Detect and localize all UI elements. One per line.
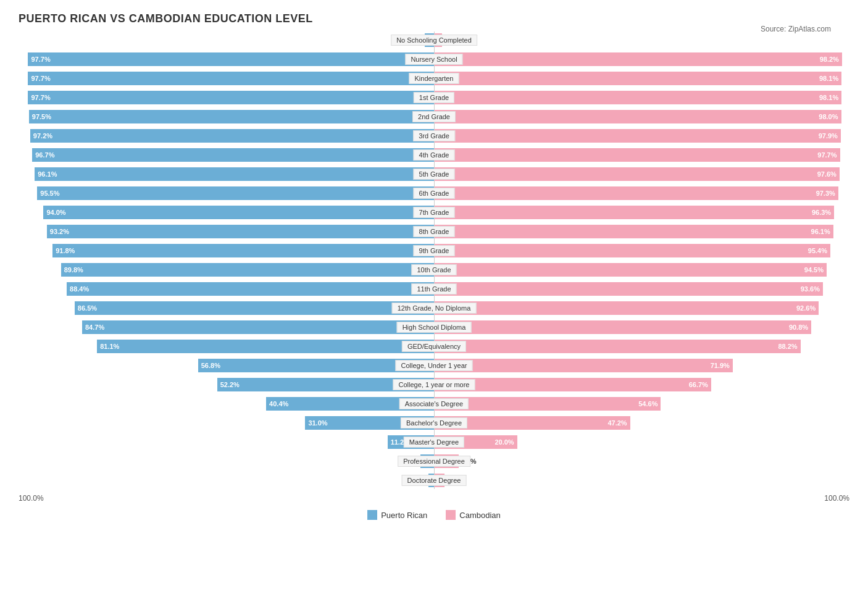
bar-val-right: 98.2% xyxy=(820,56,839,63)
bar-right: 95.4% xyxy=(434,244,830,257)
bar-val-left: 89.8% xyxy=(64,266,83,274)
bar-label: Nursery School xyxy=(405,54,462,65)
bar-val-left: 97.5% xyxy=(32,113,51,120)
left-bar-container: 52.2% xyxy=(19,376,434,393)
bar-right: 98.2% xyxy=(434,52,842,66)
bar-left: 96.7% xyxy=(32,148,434,162)
bar-right: 98.0% xyxy=(434,110,841,123)
left-bar-container: 96.1% xyxy=(19,165,434,183)
left-bar-container: 40.4% xyxy=(19,395,434,412)
bar-left: 81.1% xyxy=(97,340,434,353)
bar-label: 12th Grade, No Diploma xyxy=(392,303,477,314)
bar-label: Master's Degree xyxy=(404,437,464,448)
left-bar-container: 94.0% xyxy=(19,204,434,221)
bar-val-right: 95.4% xyxy=(808,247,827,254)
right-bar-container: 66.7% xyxy=(434,376,849,393)
left-bar-container: 97.7% xyxy=(19,70,434,87)
left-bar-container: 84.7% xyxy=(19,319,434,336)
bar-label: 2nd Grade xyxy=(412,111,456,122)
bar-label: 6th Grade xyxy=(414,188,455,199)
bar-label: 9th Grade xyxy=(414,245,455,256)
bar-val-right: 97.9% xyxy=(819,132,838,140)
bar-right: 92.6% xyxy=(434,301,819,315)
bar-right: 97.6% xyxy=(434,167,840,181)
bar-val-right: 66.7% xyxy=(689,381,708,388)
bar-label: 7th Grade xyxy=(414,207,455,218)
right-bar-container: 97.7% xyxy=(434,146,849,164)
right-bar-container: 98.1% xyxy=(434,70,849,87)
left-bar-container: 97.2% xyxy=(19,127,434,144)
bar-label: College, Under 1 year xyxy=(395,360,472,371)
bar-label: High School Diploma xyxy=(397,322,472,333)
bar-val-right: 98.1% xyxy=(819,94,838,101)
right-bar-container: 93.6% xyxy=(434,280,849,298)
bar-val-right: 98.0% xyxy=(819,113,838,120)
bar-right: 94.5% xyxy=(434,263,827,277)
bar-right: 90.8% xyxy=(434,320,811,334)
bar-label: 1st Grade xyxy=(414,92,454,103)
bar-label: No Schooling Completed xyxy=(391,35,477,46)
bar-label: 10th Grade xyxy=(411,264,456,275)
bar-label: 4th Grade xyxy=(414,149,455,161)
left-bar-container: 93.2% xyxy=(19,223,434,240)
right-bar-container: 6.0% xyxy=(434,453,849,470)
bar-left: 86.5% xyxy=(75,301,434,315)
bar-val-left: 97.2% xyxy=(33,132,52,140)
bar-label: 5th Grade xyxy=(414,169,455,180)
bar-val-right: 96.3% xyxy=(812,209,831,216)
bar-val-right: 92.6% xyxy=(796,304,816,312)
bar-label: Kindergarten xyxy=(409,73,459,84)
bar-right: 97.9% xyxy=(434,129,841,143)
legend-box-right xyxy=(446,510,456,520)
bar-val-left: 96.1% xyxy=(38,170,57,178)
right-bar-container: 98.1% xyxy=(434,89,849,106)
bar-val-left: 31.0% xyxy=(308,419,327,427)
bar-val-right: 71.9% xyxy=(711,362,730,369)
left-bar-container: 3.2% xyxy=(19,453,434,470)
right-bar-container: 71.9% xyxy=(434,357,849,374)
bar-val-left: 93.2% xyxy=(50,228,69,235)
bar-right: 66.7% xyxy=(434,378,711,391)
right-bar-container: 97.9% xyxy=(434,127,849,144)
bar-right: 96.1% xyxy=(434,225,833,238)
bar-val-left: 97.7% xyxy=(31,75,50,82)
bar-val-left: 56.8% xyxy=(201,362,220,369)
right-bar-container: 47.2% xyxy=(434,414,849,432)
left-bar-container: 56.8% xyxy=(19,357,434,374)
bar-label: 8th Grade xyxy=(414,226,455,237)
bar-val-left: 97.7% xyxy=(31,56,50,63)
bar-label: Bachelor's Degree xyxy=(401,417,467,429)
bar-val-right: 20.0% xyxy=(495,438,514,446)
bar-label: Professional Degree xyxy=(398,456,470,467)
bar-right: 97.3% xyxy=(434,186,838,200)
bar-left: 84.7% xyxy=(82,320,434,334)
bar-right: 98.1% xyxy=(434,91,841,104)
bar-left: 97.7% xyxy=(28,91,434,104)
bar-val-left: 86.5% xyxy=(78,304,97,312)
left-bar-container: 97.7% xyxy=(19,89,434,106)
bar-left: 96.1% xyxy=(35,167,434,181)
bar-val-right: 94.5% xyxy=(804,266,824,274)
bar-val-right: 90.8% xyxy=(789,324,808,331)
bar-right: 96.3% xyxy=(434,206,834,219)
bar-val-right: 97.7% xyxy=(817,151,837,159)
bar-val-right: 47.2% xyxy=(607,419,627,427)
bar-val-left: 81.1% xyxy=(100,343,119,350)
bar-left: 97.5% xyxy=(29,110,434,123)
left-bar-container: 31.0% xyxy=(19,414,434,432)
bar-val-right: 88.2% xyxy=(778,343,797,350)
right-bar-container: 90.8% xyxy=(434,319,849,336)
bar-right: 93.6% xyxy=(434,282,823,296)
right-bar-container: 2.6% xyxy=(434,472,849,489)
bar-left: 91.8% xyxy=(52,244,434,257)
bar-val-right: 97.6% xyxy=(817,170,837,178)
rows-wrapper: 2.3%No Schooling Completed1.9%97.7%Nurse… xyxy=(19,31,849,489)
bar-left: 97.7% xyxy=(28,72,434,85)
left-bar-container: 95.5% xyxy=(19,185,434,202)
bar-label: Doctorate Degree xyxy=(402,475,467,486)
bar-val-right: 96.1% xyxy=(811,228,830,235)
left-bar-container: 88.4% xyxy=(19,280,434,298)
left-bar-container: 86.5% xyxy=(19,299,434,317)
legend-label-left: Puerto Rican xyxy=(381,511,427,520)
right-bar-container: 92.6% xyxy=(434,299,849,317)
